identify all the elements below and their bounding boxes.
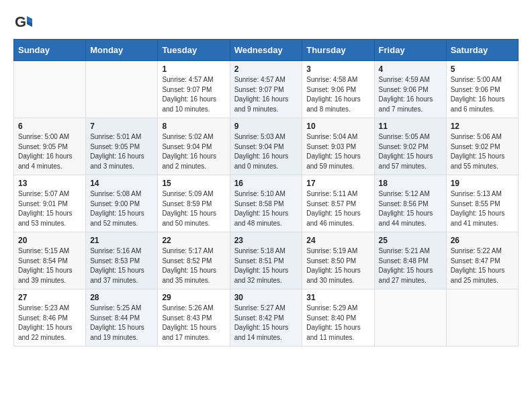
day-detail: Sunrise: 4:57 AM Sunset: 9:07 PM Dayligh… — [162, 75, 225, 114]
calendar-cell: 21Sunrise: 5:16 AM Sunset: 8:53 PM Dayli… — [86, 232, 158, 289]
calendar-week-row: 13Sunrise: 5:07 AM Sunset: 9:01 PM Dayli… — [14, 175, 519, 232]
day-number: 2 — [234, 64, 298, 74]
calendar-cell: 11Sunrise: 5:05 AM Sunset: 9:02 PM Dayli… — [374, 118, 446, 175]
calendar-cell: 7Sunrise: 5:01 AM Sunset: 9:05 PM Daylig… — [86, 118, 158, 175]
calendar-cell: 8Sunrise: 5:02 AM Sunset: 9:04 PM Daylig… — [158, 118, 230, 175]
calendar-cell: 6Sunrise: 5:00 AM Sunset: 9:05 PM Daylig… — [14, 118, 86, 175]
calendar-table: SundayMondayTuesdayWednesdayThursdayFrid… — [13, 39, 519, 347]
day-number: 11 — [379, 122, 442, 131]
day-number: 27 — [18, 293, 81, 302]
day-number: 15 — [162, 179, 225, 188]
calendar-cell: 25Sunrise: 5:21 AM Sunset: 8:48 PM Dayli… — [374, 232, 446, 289]
day-detail: Sunrise: 5:17 AM Sunset: 8:52 PM Dayligh… — [162, 246, 225, 285]
weekday-header-wednesday: Wednesday — [230, 40, 302, 61]
day-detail: Sunrise: 5:09 AM Sunset: 8:59 PM Dayligh… — [162, 189, 225, 228]
calendar-cell: 16Sunrise: 5:10 AM Sunset: 8:58 PM Dayli… — [230, 175, 302, 232]
day-detail: Sunrise: 5:12 AM Sunset: 8:56 PM Dayligh… — [379, 189, 442, 228]
calendar-cell: 17Sunrise: 5:11 AM Sunset: 8:57 PM Dayli… — [302, 175, 374, 232]
day-detail: Sunrise: 5:22 AM Sunset: 8:47 PM Dayligh… — [451, 246, 514, 285]
calendar-header: SundayMondayTuesdayWednesdayThursdayFrid… — [14, 40, 519, 61]
day-detail: Sunrise: 5:07 AM Sunset: 9:01 PM Dayligh… — [18, 189, 81, 228]
day-number: 5 — [451, 64, 514, 74]
day-detail: Sunrise: 5:11 AM Sunset: 8:57 PM Dayligh… — [306, 189, 369, 228]
day-detail: Sunrise: 5:21 AM Sunset: 8:48 PM Dayligh… — [379, 246, 442, 285]
day-detail: Sunrise: 5:02 AM Sunset: 9:04 PM Dayligh… — [162, 132, 225, 171]
day-number: 22 — [162, 236, 225, 245]
calendar-cell: 12Sunrise: 5:06 AM Sunset: 9:02 PM Dayli… — [446, 118, 518, 175]
day-number: 14 — [90, 179, 153, 188]
calendar-cell: 2Sunrise: 4:57 AM Sunset: 9:07 PM Daylig… — [230, 61, 302, 118]
day-number: 6 — [18, 122, 81, 131]
day-detail: Sunrise: 5:05 AM Sunset: 9:02 PM Dayligh… — [379, 132, 442, 171]
day-detail: Sunrise: 5:10 AM Sunset: 8:58 PM Dayligh… — [234, 189, 298, 228]
weekday-header-saturday: Saturday — [446, 40, 518, 61]
day-number: 18 — [379, 179, 442, 188]
calendar-cell: 9Sunrise: 5:03 AM Sunset: 9:04 PM Daylig… — [230, 118, 302, 175]
day-number: 31 — [306, 293, 369, 302]
day-detail: Sunrise: 5:08 AM Sunset: 9:00 PM Dayligh… — [90, 189, 153, 228]
day-number: 17 — [306, 179, 369, 188]
calendar-cell: 3Sunrise: 4:58 AM Sunset: 9:06 PM Daylig… — [302, 61, 374, 118]
day-number: 9 — [234, 122, 298, 131]
day-number: 24 — [306, 236, 369, 245]
weekday-header-friday: Friday — [374, 40, 446, 61]
calendar-week-row: 20Sunrise: 5:15 AM Sunset: 8:54 PM Dayli… — [14, 232, 519, 289]
day-detail: Sunrise: 5:06 AM Sunset: 9:02 PM Dayligh… — [451, 132, 514, 171]
calendar-cell — [446, 289, 518, 347]
calendar-cell: 28Sunrise: 5:25 AM Sunset: 8:44 PM Dayli… — [86, 289, 158, 347]
calendar-cell: 23Sunrise: 5:18 AM Sunset: 8:51 PM Dayli… — [230, 232, 302, 289]
day-detail: Sunrise: 5:19 AM Sunset: 8:50 PM Dayligh… — [306, 246, 369, 285]
calendar-cell: 15Sunrise: 5:09 AM Sunset: 8:59 PM Dayli… — [158, 175, 230, 232]
weekday-header-sunday: Sunday — [14, 40, 86, 61]
day-detail: Sunrise: 5:25 AM Sunset: 8:44 PM Dayligh… — [90, 304, 153, 342]
calendar-cell: 24Sunrise: 5:19 AM Sunset: 8:50 PM Dayli… — [302, 232, 374, 289]
day-number: 20 — [18, 236, 81, 245]
calendar-cell — [86, 61, 158, 118]
day-number: 30 — [234, 293, 298, 302]
weekday-header-tuesday: Tuesday — [158, 40, 230, 61]
day-number: 7 — [90, 122, 153, 131]
calendar-week-row: 1Sunrise: 4:57 AM Sunset: 9:07 PM Daylig… — [14, 61, 519, 118]
day-number: 16 — [234, 179, 298, 188]
day-number: 12 — [451, 122, 514, 131]
calendar-cell: 22Sunrise: 5:17 AM Sunset: 8:52 PM Dayli… — [158, 232, 230, 289]
calendar-cell: 10Sunrise: 5:04 AM Sunset: 9:03 PM Dayli… — [302, 118, 374, 175]
weekday-header-thursday: Thursday — [302, 40, 374, 61]
svg-text:G: G — [15, 13, 26, 30]
day-detail: Sunrise: 5:00 AM Sunset: 9:06 PM Dayligh… — [451, 75, 514, 114]
day-detail: Sunrise: 4:59 AM Sunset: 9:06 PM Dayligh… — [379, 75, 442, 114]
day-detail: Sunrise: 5:29 AM Sunset: 8:40 PM Dayligh… — [306, 304, 369, 342]
day-number: 28 — [90, 293, 153, 302]
calendar-cell: 13Sunrise: 5:07 AM Sunset: 9:01 PM Dayli… — [14, 175, 86, 232]
calendar-cell — [374, 289, 446, 347]
day-detail: Sunrise: 5:15 AM Sunset: 8:54 PM Dayligh… — [18, 246, 81, 285]
day-detail: Sunrise: 5:18 AM Sunset: 8:51 PM Dayligh… — [234, 246, 298, 285]
day-number: 23 — [234, 236, 298, 245]
calendar-cell: 30Sunrise: 5:27 AM Sunset: 8:42 PM Dayli… — [230, 289, 302, 347]
calendar-cell: 29Sunrise: 5:26 AM Sunset: 8:43 PM Dayli… — [158, 289, 230, 347]
calendar-cell: 5Sunrise: 5:00 AM Sunset: 9:06 PM Daylig… — [446, 61, 518, 118]
day-number: 26 — [451, 236, 514, 245]
day-number: 4 — [379, 64, 442, 74]
day-detail: Sunrise: 5:04 AM Sunset: 9:03 PM Dayligh… — [306, 132, 369, 171]
weekday-header-row: SundayMondayTuesdayWednesdayThursdayFrid… — [14, 40, 519, 61]
day-detail: Sunrise: 5:03 AM Sunset: 9:04 PM Dayligh… — [234, 132, 298, 171]
day-number: 10 — [306, 122, 369, 131]
calendar-cell: 26Sunrise: 5:22 AM Sunset: 8:47 PM Dayli… — [446, 232, 518, 289]
weekday-header-monday: Monday — [86, 40, 158, 61]
logo: G — [13, 13, 35, 32]
calendar-cell — [14, 61, 86, 118]
day-detail: Sunrise: 5:27 AM Sunset: 8:42 PM Dayligh… — [234, 304, 298, 342]
day-detail: Sunrise: 5:16 AM Sunset: 8:53 PM Dayligh… — [90, 246, 153, 285]
calendar-cell: 14Sunrise: 5:08 AM Sunset: 9:00 PM Dayli… — [86, 175, 158, 232]
day-number: 25 — [379, 236, 442, 245]
day-number: 21 — [90, 236, 153, 245]
day-detail: Sunrise: 5:00 AM Sunset: 9:05 PM Dayligh… — [18, 132, 81, 171]
day-number: 13 — [18, 179, 81, 188]
calendar-cell: 27Sunrise: 5:23 AM Sunset: 8:46 PM Dayli… — [14, 289, 86, 347]
calendar-cell: 31Sunrise: 5:29 AM Sunset: 8:40 PM Dayli… — [302, 289, 374, 347]
day-detail: Sunrise: 5:26 AM Sunset: 8:43 PM Dayligh… — [162, 304, 225, 342]
calendar-cell: 4Sunrise: 4:59 AM Sunset: 9:06 PM Daylig… — [374, 61, 446, 118]
logo-icon: G — [13, 13, 32, 32]
day-number: 8 — [162, 122, 225, 131]
